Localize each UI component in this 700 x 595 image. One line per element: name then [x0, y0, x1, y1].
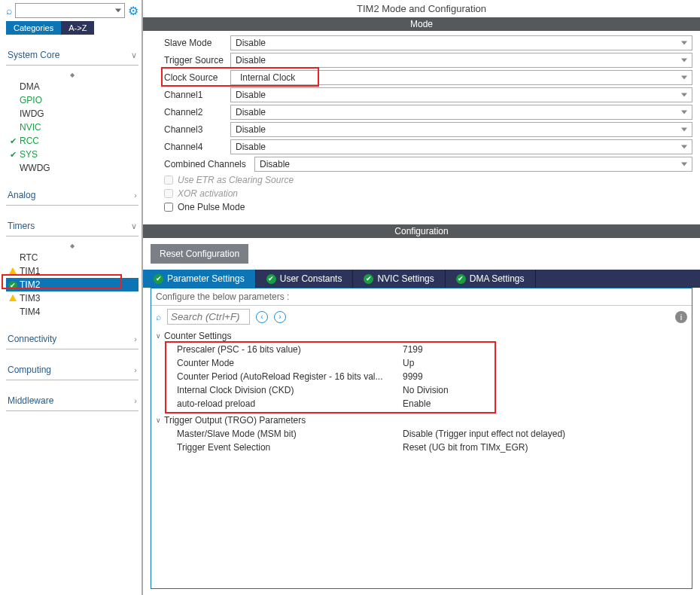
- param-ckd-label: Internal Clock Division (CKD): [177, 385, 403, 395]
- sidebar-item-rtc[interactable]: RTC: [6, 251, 138, 264]
- tab-user-constants[interactable]: ✔User Constants: [256, 270, 354, 288]
- param-msm-value[interactable]: Disable (Trigger input effect not delaye…: [403, 429, 565, 439]
- label-slave-mode: Slave Mode: [164, 38, 230, 48]
- param-counter-mode-value[interactable]: Up: [403, 358, 414, 368]
- select-trigger-source[interactable]: Disable: [230, 53, 692, 68]
- mode-header: Mode: [143, 17, 700, 31]
- check-circle-icon: ✔: [364, 274, 373, 284]
- chevron-right-icon: ›: [134, 334, 137, 343]
- chevron-right-icon: ›: [134, 191, 137, 200]
- label-xor: XOR activation: [178, 188, 238, 199]
- label-one-pulse: One Pulse Mode: [178, 202, 245, 212]
- sort-toggle-icon[interactable]: ◆: [6, 70, 138, 80]
- label-channel3: Channel3: [164, 124, 230, 135]
- check-icon: ✔: [8, 136, 18, 146]
- sidebar-item-wwdg[interactable]: WWDG: [6, 161, 138, 175]
- check-circle-icon: ✔: [154, 274, 163, 284]
- main-panel: TIM2 Mode and Configuration Mode Slave M…: [143, 0, 700, 595]
- group-connectivity[interactable]: Connectivity›: [6, 329, 138, 349]
- search-icon: ⌕: [6, 5, 12, 17]
- select-channel4[interactable]: Disable: [230, 139, 692, 154]
- tab-dma-settings[interactable]: ✔DMA Settings: [446, 270, 536, 288]
- param-prescaler-value[interactable]: 7199: [403, 344, 423, 355]
- collapse-icon: ∨: [156, 416, 161, 424]
- info-icon[interactable]: i: [675, 311, 687, 323]
- sidebar-item-dma[interactable]: DMA: [6, 80, 138, 93]
- sidebar-item-gpio[interactable]: GPIO: [6, 93, 138, 107]
- sidebar-item-tim3[interactable]: TIM3: [6, 291, 138, 305]
- label-trigger-source: Trigger Source: [164, 55, 230, 66]
- param-autoreload-label: auto-reload preload: [177, 398, 403, 409]
- select-slave-mode[interactable]: Disable: [230, 35, 692, 50]
- param-ckd-value[interactable]: No Division: [403, 385, 449, 395]
- group-computing[interactable]: Computing›: [6, 360, 138, 380]
- check-circle-icon: ✔: [266, 274, 276, 284]
- param-msm-label: Master/Slave Mode (MSM bit): [177, 429, 403, 439]
- gear-icon[interactable]: ⚙: [128, 4, 138, 18]
- collapse-icon: ∨: [156, 332, 161, 340]
- warning-icon: [8, 293, 18, 304]
- reset-configuration-button[interactable]: Reset Configuration: [151, 244, 248, 264]
- param-search-input[interactable]: [167, 309, 250, 325]
- select-combined-channels[interactable]: Disable: [254, 157, 692, 172]
- checkbox-use-etr: [164, 175, 173, 185]
- group-analog[interactable]: Analog›: [6, 185, 138, 206]
- config-panel: Reset Configuration ✔Parameter Settings …: [143, 238, 700, 595]
- warning-icon: [8, 266, 18, 276]
- sidebar-item-rcc[interactable]: ✔RCC: [6, 134, 138, 148]
- mode-panel: Slave ModeDisable Trigger SourceDisable …: [143, 31, 700, 224]
- label-channel1: Channel1: [164, 90, 230, 100]
- sort-toggle-icon[interactable]: ◆: [6, 241, 138, 251]
- chevron-down-icon: ∨: [131, 221, 137, 231]
- label-channel2: Channel2: [164, 107, 230, 117]
- tab-az[interactable]: A->Z: [61, 21, 94, 35]
- sidebar: ⌕ ⚙ Categories A->Z System Core∨ ◆ DMA G…: [0, 0, 143, 595]
- prev-match-button[interactable]: ‹: [256, 311, 268, 323]
- checkbox-one-pulse[interactable]: [164, 203, 173, 212]
- group-counter-settings[interactable]: ∨Counter Settings: [156, 329, 687, 343]
- check-circle-icon: ✔: [456, 274, 466, 284]
- param-counter-mode-label: Counter Mode: [177, 358, 403, 368]
- select-channel1[interactable]: Disable: [230, 87, 692, 102]
- param-autoreload-value[interactable]: Enable: [403, 398, 431, 409]
- next-match-button[interactable]: ›: [274, 311, 286, 323]
- label-combined-channels: Combined Channels: [164, 159, 254, 169]
- config-header: Configuration: [143, 224, 700, 238]
- tab-nvic-settings[interactable]: ✔NVIC Settings: [353, 270, 445, 288]
- tab-parameter-settings[interactable]: ✔Parameter Settings: [143, 270, 256, 288]
- sidebar-item-tim4[interactable]: TIM4: [6, 305, 138, 319]
- label-clock-source: Clock Source: [164, 72, 230, 83]
- chevron-right-icon: ›: [134, 365, 137, 374]
- sidebar-item-iwdg[interactable]: IWDG: [6, 107, 138, 121]
- group-system-core[interactable]: System Core∨: [6, 45, 138, 66]
- check-icon: ✔: [8, 150, 18, 160]
- group-timers[interactable]: Timers∨: [6, 216, 138, 236]
- sidebar-item-tim2[interactable]: ✔TIM2: [6, 278, 138, 291]
- select-clock-source[interactable]: Internal Clock: [230, 70, 692, 85]
- tab-categories[interactable]: Categories: [6, 21, 61, 35]
- param-trgo-value[interactable]: Reset (UG bit from TIMx_EGR): [403, 442, 528, 453]
- config-hint: Configure the below parameters :: [151, 288, 692, 306]
- param-prescaler-label: Prescaler (PSC - 16 bits value): [177, 344, 403, 355]
- param-counter-period-value[interactable]: 9999: [403, 371, 423, 382]
- category-search[interactable]: [15, 3, 125, 18]
- select-channel2[interactable]: Disable: [230, 105, 692, 120]
- sidebar-item-sys[interactable]: ✔SYS: [6, 148, 138, 161]
- chevron-right-icon: ›: [134, 396, 137, 405]
- search-icon: ⌕: [156, 312, 161, 322]
- group-trgo-parameters[interactable]: ∨Trigger Output (TRGO) Parameters: [156, 413, 687, 427]
- param-trgo-label: Trigger Event Selection: [177, 442, 403, 453]
- sidebar-item-tim1[interactable]: TIM1: [6, 264, 138, 278]
- sidebar-item-nvic[interactable]: NVIC: [6, 121, 138, 134]
- page-title: TIM2 Mode and Configuration: [143, 0, 700, 17]
- label-use-etr: Use ETR as Clearing Source: [178, 175, 294, 185]
- ok-circle-icon: ✔: [8, 279, 18, 290]
- label-channel4: Channel4: [164, 142, 230, 152]
- param-counter-period-label: Counter Period (AutoReload Register - 16…: [177, 371, 403, 382]
- chevron-down-icon: ∨: [131, 50, 137, 60]
- checkbox-xor: [164, 189, 173, 198]
- group-middleware[interactable]: Middleware›: [6, 391, 138, 411]
- select-channel3[interactable]: Disable: [230, 122, 692, 137]
